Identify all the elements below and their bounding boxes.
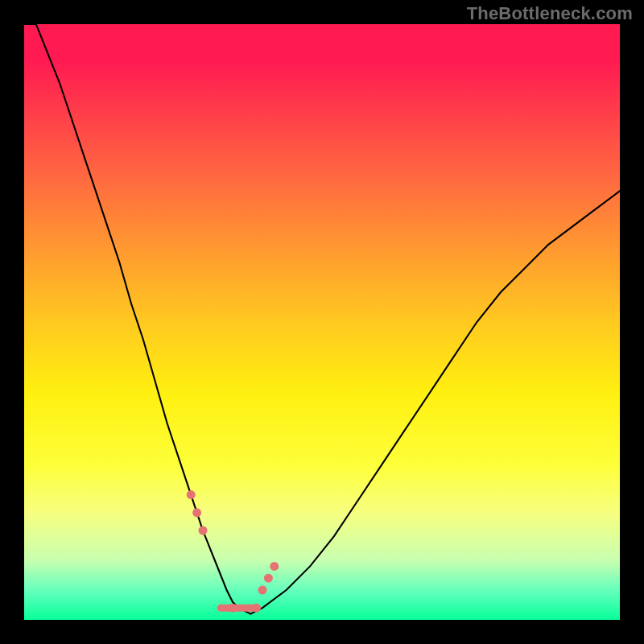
curve-marker [252, 604, 261, 613]
curve-marker [192, 508, 201, 517]
watermark-text: TheBottleneck.com [467, 3, 633, 24]
curve-marker [258, 586, 267, 595]
bottleneck-curve-line [24, 24, 620, 614]
curve-marker [229, 604, 237, 613]
curve-marker [270, 562, 279, 571]
marker-group [187, 490, 279, 613]
plot-area [24, 24, 620, 620]
curve-svg [24, 24, 620, 620]
curve-marker [187, 490, 196, 499]
curve-marker [264, 574, 273, 583]
chart-stage: TheBottleneck.com [0, 0, 644, 644]
curve-marker [199, 526, 208, 535]
